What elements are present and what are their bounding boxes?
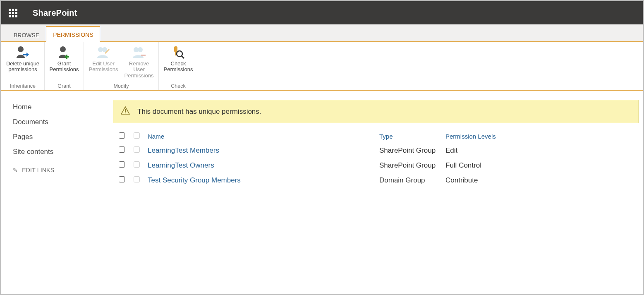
permission-level: Edit [442, 143, 631, 158]
quick-launch-nav: Home Documents Pages Site contents ✎ EDI… [1, 91, 113, 294]
remove-user-permissions-icon [131, 45, 147, 60]
permission-level: Full Control [442, 158, 631, 173]
tab-permissions[interactable]: PERMISSIONS [46, 26, 100, 42]
permission-level: Contribute [442, 173, 631, 188]
status-bar: This document has unique permissions. [113, 100, 639, 123]
row-edit-checkbox[interactable] [134, 161, 140, 168]
app-launcher-button[interactable] [5, 5, 21, 21]
nav-pages[interactable]: Pages [13, 130, 109, 144]
edit-links-label: EDIT LINKS [22, 167, 54, 173]
principal-type: SharePoint Group [376, 143, 442, 158]
check-permissions-button[interactable]: Check Permissions [161, 44, 195, 73]
label-line: Remove User [129, 60, 149, 72]
check-permissions-icon [170, 45, 187, 60]
status-message: This document has unique permissions. [137, 108, 261, 116]
svg-point-7 [138, 47, 143, 52]
page-body: Home Documents Pages Site contents ✎ EDI… [1, 91, 643, 294]
svg-rect-3 [65, 56, 69, 58]
edit-links-button[interactable]: ✎ EDIT LINKS [13, 167, 109, 173]
principal-link[interactable]: Test Security Group Members [148, 176, 241, 184]
edit-user-permissions-button: Edit User Permissions [86, 44, 120, 73]
permissions-table: Name Type Permission Levels LearningTest… [115, 129, 631, 188]
delete-unique-permissions-button[interactable]: Delete unique permissions [4, 44, 42, 73]
ribbon-group-label: Inheritance [4, 82, 42, 89]
col-header-permission-levels[interactable]: Permission Levels [442, 129, 631, 143]
nav-home[interactable]: Home [13, 100, 109, 115]
warning-icon [121, 106, 130, 117]
ribbon-group-check: Check Permissions Check [159, 42, 198, 90]
label-line: permissions [8, 66, 37, 72]
grant-permissions-button[interactable]: Grant Permissions [47, 44, 81, 73]
svg-point-11 [177, 51, 182, 57]
label-line: Edit User [92, 60, 114, 67]
select-all-checkbox[interactable] [119, 132, 125, 139]
svg-point-0 [18, 46, 24, 52]
label-line: Permissions [124, 72, 154, 79]
edit-user-permissions-icon [95, 45, 112, 60]
table-row: Test Security Group Members Domain Group… [115, 173, 631, 188]
nav-documents[interactable]: Documents [13, 115, 109, 130]
table-row: LearningTest Owners SharePoint Group Ful… [115, 158, 631, 173]
header-edit-checkbox [134, 132, 140, 139]
ribbon-group-label: Modify [86, 82, 156, 89]
principal-link[interactable]: LearningTest Members [148, 146, 219, 154]
main-content: This document has unique permissions. Na… [113, 91, 643, 294]
svg-rect-9 [174, 46, 177, 52]
svg-rect-8 [141, 55, 146, 56]
ribbon-group-label: Grant [47, 82, 81, 89]
table-header-row: Name Type Permission Levels [115, 129, 631, 143]
label-line: Permissions [89, 66, 118, 72]
ribbon-tab-strip: BROWSE PERMISSIONS [1, 24, 643, 42]
ribbon: Delete unique permissions Inheritance [1, 42, 643, 91]
ribbon-group-modify: Edit User Permissions Remove [84, 42, 159, 90]
ribbon-group-grant: Grant Permissions Grant [45, 42, 84, 90]
ribbon-group-inheritance: Delete unique permissions Inheritance [1, 42, 45, 90]
delete-unique-permissions-icon [14, 45, 31, 60]
principal-link[interactable]: LearningTest Owners [148, 161, 214, 169]
remove-user-permissions-button: Remove User Permissions [122, 44, 156, 79]
principal-type: Domain Group [376, 173, 442, 188]
svg-line-12 [182, 56, 184, 58]
app-frame: SharePoint BROWSE PERMISSIONS [0, 0, 644, 295]
tab-browse[interactable]: BROWSE [7, 26, 46, 42]
label-line: Grant [57, 60, 71, 67]
pencil-icon: ✎ [13, 167, 18, 173]
row-checkbox[interactable] [119, 161, 125, 168]
label-line: Delete unique [6, 60, 39, 67]
suite-brand: SharePoint [33, 8, 77, 18]
suite-bar: SharePoint [1, 1, 643, 24]
svg-rect-14 [125, 113, 126, 113]
label-line: Check [171, 60, 186, 67]
grant-permissions-icon [56, 45, 72, 60]
row-edit-checkbox[interactable] [134, 176, 140, 182]
table-row: LearningTest Members SharePoint Group Ed… [115, 143, 631, 158]
nav-site-contents[interactable]: Site contents [13, 144, 109, 159]
col-header-name[interactable]: Name [144, 129, 376, 143]
row-checkbox[interactable] [119, 146, 125, 153]
svg-point-1 [60, 46, 66, 52]
row-edit-checkbox[interactable] [134, 146, 140, 153]
ribbon-group-label: Check [161, 82, 195, 89]
label-line: Permissions [50, 66, 79, 72]
col-header-type[interactable]: Type [376, 129, 442, 143]
principal-type: SharePoint Group [376, 158, 442, 173]
row-checkbox[interactable] [119, 176, 125, 182]
svg-rect-13 [125, 109, 126, 112]
label-line: Permissions [164, 66, 193, 72]
waffle-icon [9, 9, 17, 17]
